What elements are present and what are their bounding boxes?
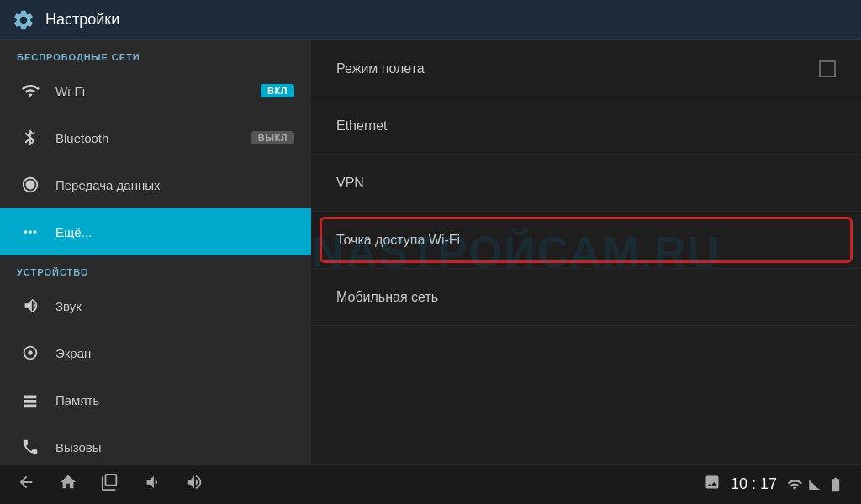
volume-up-button[interactable] <box>185 473 203 496</box>
wifi-status-icon <box>787 477 802 492</box>
sidebar-item-storage[interactable]: Память <box>0 376 311 423</box>
right-item-flight-mode[interactable]: Режим полета <box>311 40 861 97</box>
more-label: Ещё... <box>55 225 294 239</box>
main-layout: БЕСПРОВОДНЫЕ СЕТИ Wi-Fi ВКЛ Bluetooth ВЫ… <box>0 40 861 464</box>
flight-mode-label: Режим полета <box>336 61 819 76</box>
nav-left <box>17 473 203 496</box>
battery-icon <box>827 476 844 493</box>
nav-right: 10 : 17 <box>704 474 844 495</box>
sidebar-item-data[interactable]: Передача данных <box>0 161 311 208</box>
right-item-mobile-network[interactable]: Мобильная сеть <box>311 269 861 326</box>
clock-display: 10 : 17 <box>731 475 777 493</box>
top-bar: Настройки <box>0 0 861 40</box>
back-button[interactable] <box>17 473 35 496</box>
bluetooth-label: Bluetooth <box>55 131 251 145</box>
sidebar-item-calls[interactable]: Вызовы <box>0 423 311 464</box>
calls-icon <box>17 438 44 456</box>
calls-label: Вызовы <box>55 440 294 454</box>
display-icon <box>17 344 44 362</box>
data-icon <box>17 176 44 194</box>
settings-icon <box>10 7 37 34</box>
sidebar-item-display[interactable]: Экран <box>0 329 311 376</box>
display-label: Экран <box>55 346 294 360</box>
page-title: Настройки <box>45 11 119 29</box>
volume-down-button[interactable] <box>143 473 161 496</box>
bluetooth-toggle[interactable]: ВЫКЛ <box>251 131 294 144</box>
bluetooth-icon <box>17 129 44 147</box>
right-item-wifi-hotspot[interactable]: Точка доступа Wi-Fi <box>311 212 861 269</box>
signal-icon <box>807 477 822 492</box>
storage-label: Память <box>55 393 294 407</box>
wifi-hotspot-label: Точка доступа Wi-Fi <box>336 233 836 248</box>
storage-icon <box>17 391 44 409</box>
sidebar-item-sound[interactable]: Звук <box>0 282 311 329</box>
wifi-label: Wi-Fi <box>55 84 261 98</box>
wifi-icon <box>17 81 44 100</box>
recent-apps-button[interactable] <box>101 473 119 496</box>
right-item-ethernet[interactable]: Ethernet <box>311 97 861 155</box>
section-header-device: УСТРОЙСТВО <box>0 255 311 282</box>
vpn-label: VPN <box>336 176 836 191</box>
sound-label: Звук <box>55 299 294 313</box>
more-icon <box>17 223 44 241</box>
mobile-network-label: Мобильная сеть <box>336 290 836 305</box>
gallery-icon <box>704 474 721 495</box>
sidebar-item-bluetooth[interactable]: Bluetooth ВЫКЛ <box>0 114 311 161</box>
home-button[interactable] <box>59 473 77 496</box>
flight-mode-checkbox[interactable] <box>819 60 836 77</box>
sound-icon <box>17 297 44 315</box>
bottom-bar: 10 : 17 <box>0 464 861 504</box>
section-header-wireless: БЕСПРОВОДНЫЕ СЕТИ <box>0 40 311 67</box>
wifi-toggle[interactable]: ВКЛ <box>261 84 294 97</box>
status-icons <box>787 476 844 493</box>
data-label: Передача данных <box>55 178 294 192</box>
sidebar-item-wifi[interactable]: Wi-Fi ВКЛ <box>0 67 311 114</box>
sidebar: БЕСПРОВОДНЫЕ СЕТИ Wi-Fi ВКЛ Bluetooth ВЫ… <box>0 40 311 464</box>
sidebar-item-more[interactable]: Ещё... <box>0 208 311 255</box>
right-item-vpn[interactable]: VPN <box>311 155 861 212</box>
ethernet-label: Ethernet <box>336 118 836 134</box>
right-panel: Режим полета Ethernet VPN Точка доступа … <box>311 40 861 464</box>
